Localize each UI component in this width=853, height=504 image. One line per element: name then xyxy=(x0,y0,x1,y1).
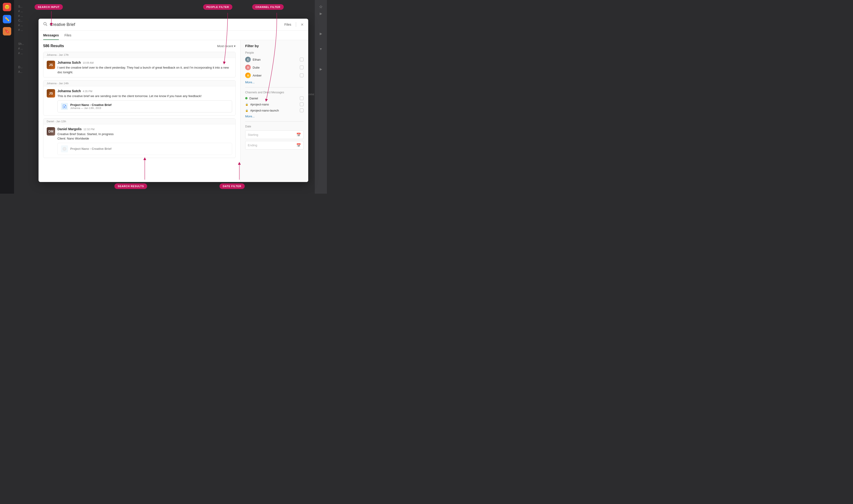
message-meta-3: Daniel Margolis 12:32 PM xyxy=(57,127,232,131)
file-attachment-2[interactable]: Project Nano - Creative Brief xyxy=(57,143,232,155)
lock-icon-2: 🔒 xyxy=(245,109,248,112)
file-icon-2 xyxy=(61,145,68,152)
message-content-1: Johanna Sutch 10:09 AM I sent the creati… xyxy=(57,61,232,74)
date-filter-annotation: DATE FILTER xyxy=(220,183,245,189)
message-author-1: Johanna Sutch xyxy=(57,61,81,65)
filter-person-amber: A Amber xyxy=(245,73,303,78)
expand-icon-2: ▶ xyxy=(320,32,322,35)
people-filter-annotation: PEOPLE FILTER xyxy=(203,4,232,10)
checkbox-ethan[interactable] xyxy=(300,58,303,61)
sidebar: 😊 ✏️ 🔖 xyxy=(0,0,14,194)
message-group-header-2: Johanna - Jan 14th xyxy=(43,80,236,86)
star-icon: ☆ xyxy=(319,4,323,9)
avatar-daniel: DM xyxy=(47,127,55,136)
channel-name-project-nano: #project-nano xyxy=(250,103,298,106)
search-icon xyxy=(43,22,47,27)
date-section: Date Starting 📅 Ending 📅 xyxy=(245,125,303,149)
search-modal: Files × Messages Files 586 Results Most … xyxy=(38,19,308,182)
filter-channel-daniel: Daniel xyxy=(245,96,303,100)
svg-line-1 xyxy=(46,25,47,26)
ending-placeholder: Ending xyxy=(248,144,296,147)
file-info-1: Project Nano - Creative Brief Johanna — … xyxy=(70,103,229,109)
search-input[interactable] xyxy=(50,22,282,27)
avatar-ethan: E xyxy=(245,57,251,62)
person-name-dulie: Dulie xyxy=(253,66,298,69)
message-item-3: DM Daniel Margolis 12:32 PM Creative Bri… xyxy=(43,124,236,158)
filter-divider-2 xyxy=(245,121,303,122)
message-meta-1: Johanna Sutch 10:09 AM xyxy=(57,61,232,65)
file-info-2: Project Nano - Creative Brief xyxy=(70,147,229,150)
files-link[interactable]: Files xyxy=(284,23,292,26)
checkbox-amber[interactable] xyxy=(300,73,303,77)
message-author-3: Daniel Margolis xyxy=(57,127,82,131)
message-content-3: Daniel Margolis 12:32 PM Creative Brief … xyxy=(57,127,232,155)
checkbox-project-nano-launch[interactable] xyxy=(300,108,303,112)
message-text-1: I sent the creative brief over to the cl… xyxy=(57,65,232,74)
filter-person-ethan: E Ethan xyxy=(245,57,303,62)
starting-placeholder: Starting xyxy=(248,133,296,137)
calendar-icon-starting: 📅 xyxy=(296,132,301,137)
more-channels-link[interactable]: More... xyxy=(245,114,303,118)
starting-date-input[interactable]: Starting 📅 xyxy=(245,130,303,139)
sidebar-icon-emoji[interactable]: 😊 xyxy=(3,3,11,11)
channel-name-daniel: Daniel xyxy=(249,96,298,100)
message-time-1: 10:09 AM xyxy=(83,61,93,64)
filter-channel-project-nano-launch: 🔒 #project-nano-launch xyxy=(245,108,303,112)
svg-point-3 xyxy=(63,147,66,150)
person-name-ethan: Ethan xyxy=(253,58,298,61)
channel-item[interactable]: # ... xyxy=(18,14,323,18)
results-count: 586 Results xyxy=(43,44,64,48)
more-people-link[interactable]: More... xyxy=(245,80,303,84)
checkbox-dulie[interactable] xyxy=(300,66,303,69)
message-content-2: Johanna Sutch 4:35 PM This is the creati… xyxy=(57,89,232,112)
file-attachment-1[interactable]: Project Nano - Creative Brief Johanna — … xyxy=(57,100,232,112)
avatar-johanna-1: JS xyxy=(47,61,55,69)
channels-section-label: Channels and Direct Messages xyxy=(245,91,303,94)
calendar-icon-ending: 📅 xyxy=(296,143,301,147)
sort-dropdown[interactable]: Most recent ▾ xyxy=(217,44,236,48)
right-strip: ☆ ▶ ▶ ▼ ▶ xyxy=(315,0,327,194)
filter-channel-project-nano: 🔒 #project-nano xyxy=(245,103,303,106)
chevron-down-icon: ▼ xyxy=(319,47,323,51)
date-section-label: Date xyxy=(245,125,303,128)
avatar-johanna-2: JS xyxy=(47,89,55,97)
message-group-header-1: Johanna - Jan 17th xyxy=(43,52,236,58)
sidebar-icon-apps[interactable]: 🔖 xyxy=(3,27,11,35)
file-meta-1: Johanna — Jan 13th, 2019 xyxy=(70,107,229,109)
file-name-2: Project Nano - Creative Brief xyxy=(70,147,229,150)
lock-icon-1: 🔒 xyxy=(245,103,248,106)
message-item-2: JS Johanna Sutch 4:35 PM This is the cre… xyxy=(43,86,236,115)
results-header: 586 Results Most recent ▾ xyxy=(43,44,236,48)
filter-panel: Filter by People E Ethan D Dulie A Amber… xyxy=(241,40,308,182)
avatar-amber: A xyxy=(245,73,251,78)
tab-files[interactable]: Files xyxy=(65,31,71,40)
tab-messages[interactable]: Messages xyxy=(43,31,59,40)
person-name-amber: Amber xyxy=(253,74,298,77)
sidebar-icon-compose[interactable]: ✏️ xyxy=(3,15,11,23)
message-item-1: JS Johanna Sutch 10:09 AM I sent the cre… xyxy=(43,58,236,77)
filter-divider-1 xyxy=(245,87,303,88)
avatar-dulie: D xyxy=(245,65,251,70)
filter-person-dulie: D Dulie xyxy=(245,65,303,70)
results-panel: 586 Results Most recent ▾ Johanna - Jan … xyxy=(38,40,241,182)
modal-body: 586 Results Most recent ▾ Johanna - Jan … xyxy=(38,40,308,182)
message-group-1: Johanna - Jan 17th JS Johanna Sutch 10:0… xyxy=(43,52,236,77)
search-input-annotation: SEARCH INPUT xyxy=(35,4,63,10)
tabs-bar: Messages Files xyxy=(38,31,308,40)
chevron-down-icon: ▾ xyxy=(234,44,236,48)
message-time-2: 4:35 PM xyxy=(83,90,92,93)
modal-header: Files × xyxy=(38,19,308,31)
close-button[interactable]: × xyxy=(301,22,303,27)
checkbox-project-nano[interactable] xyxy=(300,103,303,106)
channel-filter-annotation: CHANNEL FILTER xyxy=(252,4,284,10)
search-results-annotation: SEARCH RESULTS xyxy=(115,183,147,189)
expand-icon-3: ▶ xyxy=(320,67,322,71)
message-group-2: Johanna - Jan 14th JS Johanna Sutch 4:35… xyxy=(43,80,236,115)
channel-name-project-nano-launch: #project-nano-launch xyxy=(250,109,298,112)
message-group-header-3: Daniel - Jan 12th xyxy=(43,119,236,124)
file-icon-1 xyxy=(61,103,68,110)
checkbox-daniel[interactable] xyxy=(300,96,303,100)
ending-date-input[interactable]: Ending 📅 xyxy=(245,141,303,149)
expand-icon: ▶ xyxy=(320,12,322,15)
message-author-2: Johanna Sutch xyxy=(57,89,81,93)
